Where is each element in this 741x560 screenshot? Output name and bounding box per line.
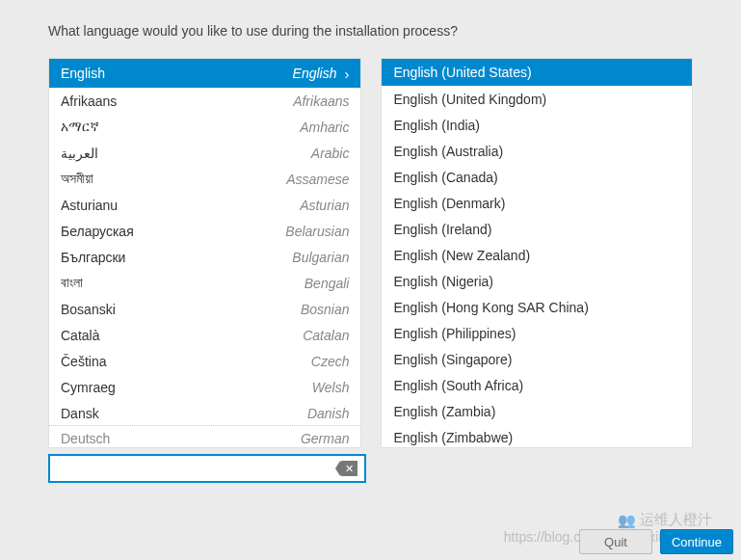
locale-label: English (Singapore) [393, 352, 512, 367]
language-row[interactable]: ČeštinaCzech [49, 348, 360, 374]
language-native: Deutsch [61, 431, 110, 446]
locale-label: English (Nigeria) [393, 274, 492, 289]
language-native: Asturianu [61, 198, 118, 213]
language-english: Danish [307, 406, 350, 421]
language-row[interactable]: CymraegWelsh [49, 374, 360, 400]
locale-label: English (Zambia) [393, 404, 495, 419]
locale-label: English (Canada) [393, 170, 497, 185]
language-english: Afrikaans [293, 93, 349, 109]
locale-row[interactable]: English (Zambia) [382, 398, 692, 424]
search-input[interactable] [57, 461, 340, 476]
language-english: Bosnian [301, 302, 350, 317]
language-native: English [61, 66, 105, 81]
language-row[interactable]: العربيةArabic [49, 140, 360, 166]
language-native: Català [61, 328, 99, 343]
language-row[interactable]: БългарскиBulgarian [49, 244, 360, 270]
locale-label: English (United Kingdom) [393, 92, 546, 107]
language-row[interactable]: AsturianuAsturian [49, 192, 360, 218]
install-language-prompt: What language would you like to use duri… [48, 23, 693, 39]
language-english: Bengali [304, 276, 350, 291]
language-english: Amharic [300, 120, 349, 135]
locale-label: English (Ireland) [393, 222, 491, 237]
language-english: Bulgarian [292, 250, 349, 265]
locale-row[interactable]: English (Hong Kong SAR China) [382, 294, 692, 320]
language-english: Arabic [311, 146, 350, 161]
locale-row[interactable]: English (Singapore) [382, 346, 692, 372]
locale-list[interactable]: English (United States)English (United K… [381, 58, 693, 448]
language-english: Assamese [286, 172, 349, 187]
locale-row[interactable]: English (Zimbabwe) [382, 424, 692, 448]
language-native: অসমীয়া [61, 171, 93, 187]
language-native: Dansk [61, 406, 99, 421]
locale-label: English (Denmark) [393, 196, 505, 211]
language-english: Catalan [303, 328, 349, 343]
locale-label: English (Hong Kong SAR China) [393, 300, 588, 315]
locale-row[interactable]: English (South Africa) [382, 372, 692, 398]
continue-button[interactable]: Continue [660, 529, 733, 554]
language-native: አማርኛ [61, 119, 99, 135]
language-english: Czech [311, 354, 350, 369]
locale-row[interactable]: English (Australia) [382, 138, 692, 164]
language-native: বাংলা [61, 275, 83, 291]
language-native: العربية [61, 146, 98, 161]
locale-row[interactable]: English (United Kingdom) [382, 86, 692, 112]
locale-row[interactable]: English (United States) [382, 59, 692, 86]
language-search[interactable]: ✕ [48, 454, 366, 483]
language-native: Cymraeg [61, 380, 116, 395]
language-english: Welsh [312, 380, 350, 395]
language-row[interactable]: አማርኛAmharic [49, 114, 360, 140]
language-native: Беларуская [61, 224, 134, 239]
language-native: Afrikaans [61, 93, 117, 109]
locale-row[interactable]: English (Canada) [382, 164, 692, 190]
language-english: English [293, 66, 337, 81]
locale-row[interactable]: English (Nigeria) [382, 268, 692, 294]
language-row[interactable]: CatalàCatalan [49, 322, 360, 348]
language-english: German [301, 431, 350, 446]
locale-label: English (Philippines) [393, 326, 516, 341]
locale-row[interactable]: English (India) [382, 112, 692, 138]
language-row[interactable]: বাংলাBengali [49, 270, 360, 296]
locale-row[interactable]: English (Philippines) [382, 320, 692, 346]
locale-row[interactable]: English (Denmark) [382, 190, 692, 216]
language-row[interactable]: BosanskiBosnian [49, 296, 360, 322]
quit-button[interactable]: Quit [579, 529, 652, 554]
language-row[interactable]: অসমীয়াAssamese [49, 166, 360, 192]
watermark-author: 👥运维人橙汁 [618, 511, 712, 529]
language-native: Bosanski [61, 302, 116, 317]
language-row[interactable]: DanskDanish [49, 400, 360, 426]
language-row[interactable]: AfrikaansAfrikaans [49, 88, 360, 114]
language-english: Belarusian [285, 224, 349, 239]
language-row[interactable]: DeutschGerman [49, 425, 360, 448]
language-native: Български [61, 250, 125, 265]
language-english: Asturian [300, 198, 349, 213]
locale-label: English (New Zealand) [393, 248, 530, 263]
backspace-icon[interactable]: ✕ [340, 461, 357, 476]
language-row[interactable]: EnglishEnglish› [49, 59, 360, 88]
chevron-right-icon: › [344, 66, 349, 82]
locale-row[interactable]: English (New Zealand) [382, 242, 692, 268]
locale-label: English (Australia) [393, 144, 503, 159]
locale-label: English (Zimbabwe) [393, 430, 513, 445]
language-native: Čeština [61, 354, 106, 369]
locale-label: English (South Africa) [393, 378, 523, 393]
language-row[interactable]: БеларускаяBelarusian [49, 218, 360, 244]
locale-label: English (United States) [393, 65, 531, 80]
locale-label: English (India) [393, 118, 480, 133]
language-list[interactable]: EnglishEnglish›AfrikaansAfrikaansአማርኛAmh… [48, 58, 361, 448]
locale-row[interactable]: English (Ireland) [382, 216, 692, 242]
